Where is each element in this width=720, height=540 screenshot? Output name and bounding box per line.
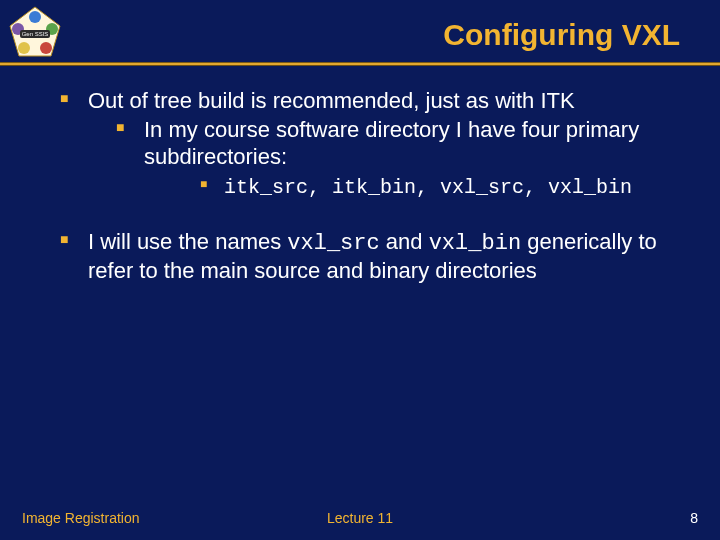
header-divider <box>0 62 720 66</box>
bullet-level3: itk_src, itk_bin, vxl_src, vxl_bin <box>200 176 680 200</box>
spacer <box>60 203 680 229</box>
footer-center: Lecture 11 <box>327 510 393 526</box>
bullet-level1: I will use the names vxl_src and vxl_bin… <box>60 229 680 285</box>
code-text: vxl_src <box>287 231 379 256</box>
bullet-level2: In my course software directory I have f… <box>116 117 680 201</box>
slide-body: Out of tree build is recommended, just a… <box>60 88 680 287</box>
footer-left: Image Registration <box>22 510 140 526</box>
slide-title: Configuring VXL <box>0 18 680 52</box>
bullet-text: Out of tree build is recommended, just a… <box>88 88 575 113</box>
slide-number: 8 <box>690 510 698 526</box>
bullet-text-prefix: I will use the names <box>88 229 287 254</box>
bullet-level1: Out of tree build is recommended, just a… <box>60 88 680 201</box>
bullet-text: itk_src, itk_bin, vxl_src, vxl_bin <box>224 176 632 199</box>
slide-header: Configuring VXL <box>0 18 720 52</box>
bullet-text: In my course software directory I have f… <box>144 117 639 169</box>
slide-footer: Image Registration Lecture 11 8 <box>0 510 720 526</box>
bullet-text-mid: and <box>380 229 429 254</box>
code-text: vxl_bin <box>429 231 521 256</box>
